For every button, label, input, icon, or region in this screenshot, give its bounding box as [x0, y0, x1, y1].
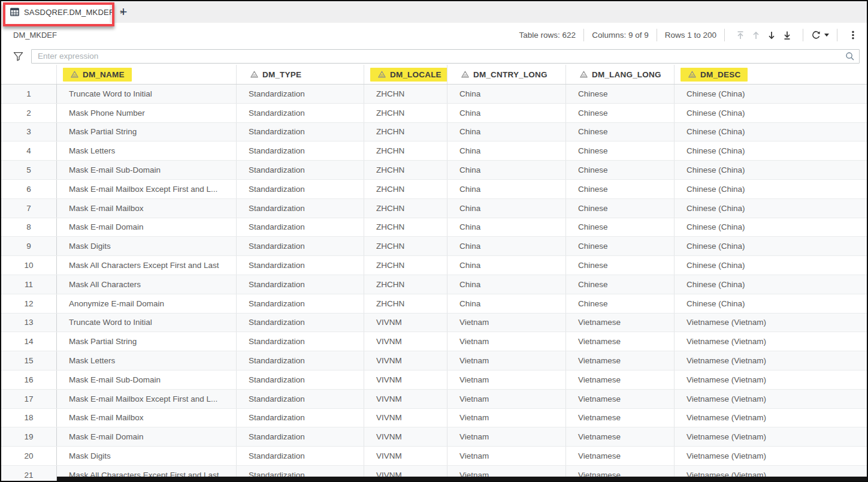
- table-row[interactable]: 8Mask E-mail DomainStandardizationZHCHNC…: [1, 218, 867, 237]
- data-cell[interactable]: Standardization: [237, 85, 364, 103]
- data-cell[interactable]: Vietnamese (Vietnam): [675, 427, 867, 446]
- data-cell[interactable]: ZHCHN: [364, 294, 447, 313]
- data-cell[interactable]: Chinese: [566, 294, 675, 313]
- data-cell[interactable]: Vietnam: [447, 427, 566, 446]
- data-cell[interactable]: Mask Phone Number: [57, 104, 237, 122]
- data-cell[interactable]: Standardization: [237, 314, 364, 332]
- table-row[interactable]: 20Mask DigitsStandardizationVIVNMVietnam…: [1, 447, 867, 466]
- row-number-cell[interactable]: 17: [1, 390, 57, 408]
- row-number-cell[interactable]: 7: [1, 199, 57, 218]
- filter-expression-input[interactable]: [31, 49, 860, 64]
- go-to-last-rows-button[interactable]: [779, 28, 795, 43]
- data-cell[interactable]: ZHCHN: [364, 85, 447, 103]
- data-cell[interactable]: Chinese (China): [675, 218, 867, 237]
- data-cell[interactable]: Standardization: [237, 294, 364, 313]
- data-cell[interactable]: Chinese: [566, 180, 675, 198]
- data-cell[interactable]: ZHCHN: [364, 180, 447, 198]
- tab-sasdqref-dm-mkdef[interactable]: SASDQREF.DM_MKDEF ×: [1, 1, 110, 23]
- data-cell[interactable]: Vietnamese (Vietnam): [675, 351, 867, 370]
- data-cell[interactable]: Standardization: [237, 180, 364, 198]
- column-header-dm_name[interactable]: DM_NAME: [57, 65, 237, 84]
- refresh-button[interactable]: [811, 30, 829, 40]
- table-row[interactable]: 1Truncate Word to InitialStandardization…: [1, 85, 867, 104]
- data-cell[interactable]: Vietnamese (Vietnam): [675, 332, 867, 351]
- table-row[interactable]: 19Mask E-mail DomainStandardizationVIVNM…: [1, 427, 867, 447]
- data-cell[interactable]: Standardization: [237, 390, 364, 408]
- data-cell[interactable]: Mask E-mail Mailbox: [57, 199, 237, 218]
- data-cell[interactable]: China: [447, 199, 566, 218]
- data-cell[interactable]: VIVNM: [364, 390, 447, 408]
- row-number-cell[interactable]: 3: [1, 123, 57, 141]
- data-cell[interactable]: Chinese: [566, 123, 675, 141]
- data-cell[interactable]: Chinese: [566, 104, 675, 122]
- data-cell[interactable]: Mask E-mail Domain: [57, 218, 237, 237]
- data-cell[interactable]: Truncate Word to Initial: [57, 314, 237, 332]
- data-cell[interactable]: China: [447, 256, 566, 275]
- data-cell[interactable]: China: [447, 237, 566, 255]
- row-number-cell[interactable]: 15: [1, 351, 57, 370]
- go-to-first-rows-button[interactable]: [733, 28, 748, 43]
- column-header-dm_type[interactable]: DM_TYPE: [237, 65, 364, 84]
- data-cell[interactable]: Chinese (China): [675, 180, 867, 198]
- data-cell[interactable]: Chinese (China): [675, 294, 867, 313]
- data-cell[interactable]: Chinese (China): [675, 275, 867, 294]
- data-cell[interactable]: Vietnam: [447, 351, 566, 370]
- data-cell[interactable]: Vietnamese: [566, 409, 675, 427]
- data-cell[interactable]: ZHCHN: [364, 275, 447, 294]
- search-icon[interactable]: [845, 52, 855, 64]
- table-row[interactable]: 13Truncate Word to InitialStandardizatio…: [1, 314, 867, 333]
- data-cell[interactable]: Vietnam: [447, 332, 566, 351]
- data-cell[interactable]: Mask Digits: [57, 447, 237, 465]
- data-cell[interactable]: China: [447, 275, 566, 294]
- data-cell[interactable]: Anonymize E-mail Domain: [57, 294, 237, 313]
- data-cell[interactable]: Standardization: [237, 351, 364, 370]
- next-rows-button[interactable]: [764, 28, 779, 43]
- data-cell[interactable]: Mask Partial String: [57, 123, 237, 141]
- data-cell[interactable]: Mask Partial String: [57, 332, 237, 351]
- data-cell[interactable]: Chinese (China): [675, 104, 867, 122]
- data-cell[interactable]: Chinese: [566, 275, 675, 294]
- filter-funnel-icon[interactable]: [13, 51, 23, 62]
- data-cell[interactable]: Standardization: [237, 447, 364, 465]
- data-cell[interactable]: Mask All Characters Except First and Las…: [57, 256, 237, 275]
- data-cell[interactable]: Mask Digits: [57, 237, 237, 255]
- data-cell[interactable]: Chinese: [566, 237, 675, 255]
- table-row[interactable]: 14Mask Partial StringStandardizationVIVN…: [1, 332, 867, 351]
- row-number-cell[interactable]: 19: [1, 427, 57, 446]
- data-cell[interactable]: Vietnam: [447, 314, 566, 332]
- row-number-cell[interactable]: 20: [1, 447, 57, 465]
- data-cell[interactable]: China: [447, 123, 566, 141]
- data-cell[interactable]: Mask All Characters: [57, 275, 237, 294]
- data-cell[interactable]: China: [447, 85, 566, 103]
- data-cell[interactable]: Chinese: [566, 161, 675, 179]
- column-header-dm_locale[interactable]: DM_LOCALE: [364, 65, 447, 84]
- data-cell[interactable]: Standardization: [237, 104, 364, 122]
- data-cell[interactable]: Standardization: [237, 332, 364, 351]
- more-options-kebab-button[interactable]: [845, 28, 861, 43]
- table-row[interactable]: 2Mask Phone NumberStandardizationZHCHNCh…: [1, 104, 867, 123]
- data-cell[interactable]: ZHCHN: [364, 199, 447, 218]
- row-number-cell[interactable]: 4: [1, 141, 57, 160]
- refresh-dropdown-caret[interactable]: [824, 34, 829, 37]
- data-cell[interactable]: Vietnamese: [566, 332, 675, 351]
- data-cell[interactable]: Vietnam: [447, 370, 566, 389]
- row-number-cell[interactable]: 6: [1, 180, 57, 198]
- data-cell[interactable]: Mask E-mail Sub-Domain: [57, 370, 237, 389]
- table-row[interactable]: 9Mask DigitsStandardizationZHCHNChinaChi…: [1, 237, 867, 256]
- data-cell[interactable]: Vietnam: [447, 409, 566, 427]
- data-cell[interactable]: China: [447, 218, 566, 237]
- data-cell[interactable]: Standardization: [237, 256, 364, 275]
- data-cell[interactable]: VIVNM: [364, 370, 447, 389]
- data-cell[interactable]: Vietnamese: [566, 314, 675, 332]
- table-row[interactable]: 17Mask E-mail Mailbox Except First and L…: [1, 390, 867, 409]
- data-cell[interactable]: Vietnamese: [566, 370, 675, 389]
- data-cell[interactable]: VIVNM: [364, 447, 447, 465]
- data-cell[interactable]: VIVNM: [364, 314, 447, 332]
- data-cell[interactable]: China: [447, 161, 566, 179]
- table-row[interactable]: 10Mask All Characters Except First and L…: [1, 256, 867, 275]
- data-cell[interactable]: Chinese: [566, 141, 675, 160]
- row-number-cell[interactable]: 11: [1, 275, 57, 294]
- data-cell[interactable]: Standardization: [237, 370, 364, 389]
- row-number-cell[interactable]: 14: [1, 332, 57, 351]
- data-cell[interactable]: Vietnam: [447, 447, 566, 465]
